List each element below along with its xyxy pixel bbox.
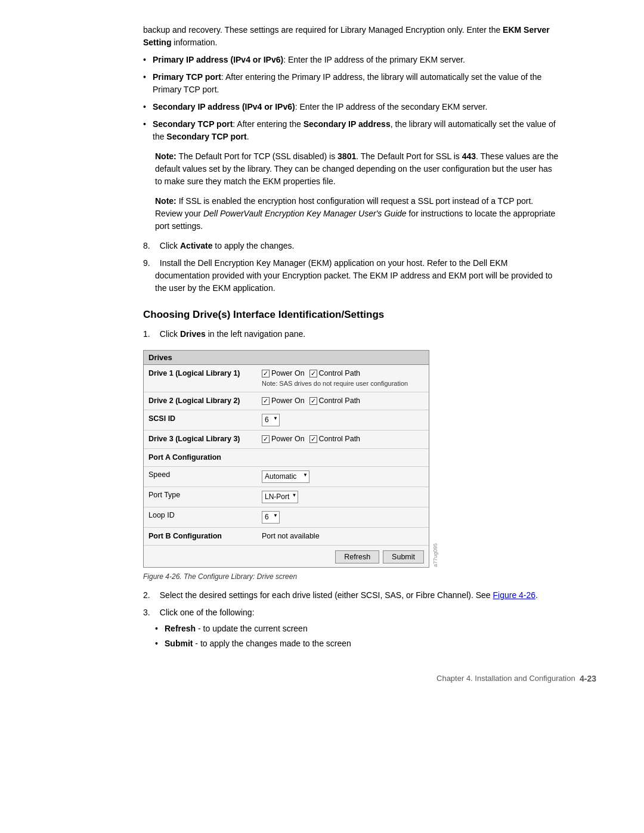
portb-config-label: Port B Configuration [144,529,257,544]
section-heading: Choosing Drive(s) Interface Identificati… [143,309,561,321]
drive2-poweron-label: Power On [271,396,305,407]
drive3-controlpath-checkbox[interactable] [309,435,317,443]
porttype-select[interactable]: LN-Port [262,491,298,503]
step3-sub-refresh: Refresh - to update the current screen [155,623,561,635]
drive3-poweron-label: Power On [271,434,305,445]
drive2-poweron-checkbox[interactable] [262,397,270,405]
page-number: 4-23 [580,674,596,683]
drives-row-scsiid: SCSI ID 6 [144,410,429,431]
scsiid-value: 6 [257,412,429,428]
submit-button[interactable]: Submit [383,550,424,563]
drives-table-header: Drives [144,351,429,365]
drive1-note: Note: SAS drives do not require user con… [262,379,424,388]
step9-text: Install the Dell Encryption Key Manager … [155,258,552,293]
bullet-label-4b: Secondary IP address [304,119,391,129]
drives-row-1: Drive 1 (Logical Library 1) Power On Con… [144,365,429,392]
drives-row-porta-config: Port A Configuration [144,449,429,467]
figure-26-link[interactable]: Figure 4-26 [493,590,536,600]
step3-refresh-label: Refresh [165,624,196,633]
drive1-poweron-label: Power On [271,368,305,379]
drive2-controlpath-label: Control Path [319,396,360,407]
step-1: 1. Click Drives in the left navigation p… [143,328,561,340]
bullet-label-2: Primary TCP port [153,72,221,82]
drive1-controlpath-checkbox[interactable] [309,370,317,377]
note2-label: Note: [155,196,177,206]
speed-label: Speed [144,469,257,481]
note1-val2: 443 [462,151,476,161]
drive1-poweron-checkbox[interactable] [262,370,270,377]
drive2-label: Drive 2 (Logical Library 2) [144,394,257,408]
scsiid-select[interactable]: 6 [262,414,280,426]
drive3-controlpath-label: Control Path [319,434,360,445]
drives-table: Drives Drive 1 (Logical Library 1) Power… [143,350,429,568]
note1-val1: 3801 [338,151,356,161]
loopid-select[interactable]: 6 [262,511,280,524]
intro-text: backup and recovery. These settings are … [143,25,503,35]
step-9: 9. Install the Dell Encryption Key Manag… [143,257,561,295]
step1-bold: Drives [180,329,206,339]
speed-select[interactable]: Automatic [262,470,309,483]
step3-sub-submit: Submit - to apply the changes made to th… [155,637,561,650]
drive3-value: Power On Control Path [257,432,429,447]
scsiid-label: SCSI ID [144,412,257,426]
bullet-list: Primary IP address (IPv4 or IPv6): Enter… [143,54,561,143]
page: backup and recovery. These settings are … [0,0,644,719]
numbered-list-steps-2: 2. Select the desired settings for each … [143,589,561,650]
note-block-1: Note: The Default Port for TCP (SSL disa… [155,150,561,188]
note2-italic: Dell PowerVault Encryption Key Manager U… [203,209,407,218]
bullet-item-3: Secondary IP address (IPv4 or IPv6): Ent… [143,101,561,113]
porta-config-label: Port A Configuration [144,451,257,465]
step-8: 8. Click Activate to apply the changes. [143,240,561,252]
chapter-label: Chapter 4. Installation and Configuratio… [436,674,575,683]
step3-sub-list: Refresh - to update the current screen S… [155,623,561,650]
bullet-label-4: Secondary TCP port [153,119,233,129]
intro-paragraph: backup and recovery. These settings are … [143,24,561,49]
step3-submit-label: Submit [165,639,193,648]
bullet-label-4c: Secondary TCP port [166,132,246,141]
note1-label: Note: [155,151,177,161]
numbered-list-steps: 1. Click Drives in the left navigation p… [143,328,561,340]
bullet-item-4: Secondary TCP port: After entering the S… [143,118,561,143]
page-footer: Chapter 4. Installation and Configuratio… [48,674,596,683]
watermark: a77ug095 [433,543,438,567]
porttype-value: LN-Port [257,489,429,505]
drives-row-portb-config: Port B Configuration Port not available [144,528,429,546]
refresh-button[interactable]: Refresh [335,550,379,563]
bullet-label-3: Secondary IP address (IPv4 or IPv6) [153,102,295,112]
porttype-label: Port Type [144,489,257,501]
content-area: backup and recovery. These settings are … [143,24,561,650]
drive2-value: Power On Control Path [257,394,429,408]
drives-row-speed: Speed Automatic [144,467,429,487]
step-2: 2. Select the desired settings for each … [143,589,561,602]
portb-config-value: Port not available [257,529,429,544]
drive3-label: Drive 3 (Logical Library 3) [144,432,257,447]
bullet-label-1: Primary IP address (IPv4 or IPv6) [153,55,283,64]
numbered-list-main: 8. Click Activate to apply the changes. … [143,240,561,295]
drive1-label: Drive 1 (Logical Library 1) [144,367,257,381]
intro-end: information. [171,38,217,47]
drives-row-3: Drive 3 (Logical Library 3) Power On Con… [144,431,429,449]
drives-row-porttype: Port Type LN-Port [144,487,429,507]
drive3-poweron-checkbox[interactable] [262,435,270,443]
figure-caption: Figure 4-26. The Configure Library: Driv… [143,571,561,582]
drive2-controlpath-checkbox[interactable] [309,397,317,405]
loopid-value: 6 [257,509,429,525]
porta-config-value [257,451,429,454]
buttons-row: Refresh Submit [144,547,429,567]
drives-row-loopid: Loop ID 6 [144,507,429,528]
bullet-item-1: Primary IP address (IPv4 or IPv6): Enter… [143,54,561,66]
loopid-label: Loop ID [144,509,257,521]
drive1-controlpath-label: Control Path [319,368,360,379]
bullet-item-2: Primary TCP port: After entering the Pri… [143,71,561,96]
drives-row-2: Drive 2 (Logical Library 2) Power On Con… [144,392,429,411]
step-3: 3. Click one of the following: Refresh -… [143,606,561,650]
step8-activate: Activate [180,241,212,250]
note-block-2: Note: If SSL is enabled the encryption h… [155,195,561,233]
speed-value: Automatic [257,469,429,485]
drive1-value: Power On Control Path Note: SAS drives d… [257,367,429,390]
